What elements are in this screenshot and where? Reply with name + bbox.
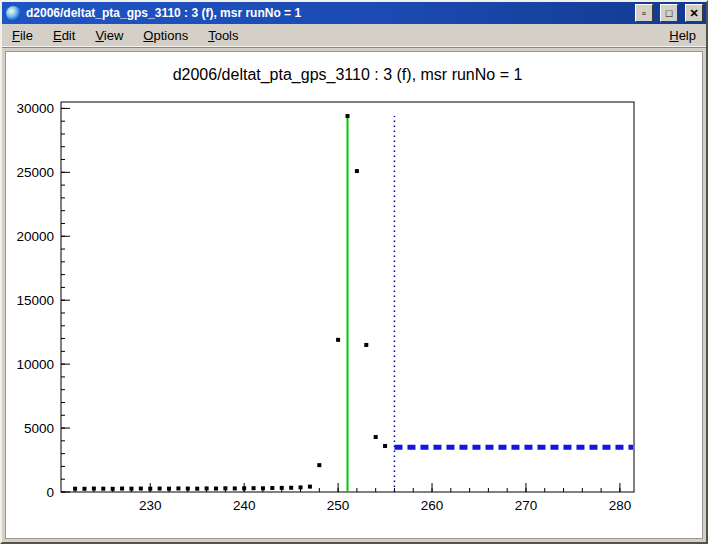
plot-svg: d2006/deltat_pta_gps_3110 : 3 (f), msr r…: [6, 52, 702, 538]
data-point: [120, 487, 124, 491]
menu-help[interactable]: Help: [667, 26, 698, 45]
app-window: d2006/deltat_pta_gps_3110 : 3 (f), msr r…: [0, 0, 708, 544]
titlebar[interactable]: d2006/deltat_pta_gps_3110 : 3 (f), msr r…: [2, 2, 706, 24]
data-point: [186, 487, 190, 491]
menu-file[interactable]: File: [10, 26, 35, 45]
data-point: [158, 487, 162, 491]
minimize-button[interactable]: ▫: [635, 4, 653, 22]
data-point: [336, 338, 340, 342]
menu-options[interactable]: Options: [141, 26, 190, 45]
menu-tools[interactable]: Tools: [206, 26, 240, 45]
data-point: [205, 486, 209, 490]
data-point: [101, 487, 105, 491]
x-tick-label: 230: [139, 498, 162, 513]
y-tick-label: 5000: [24, 421, 54, 436]
data-point: [167, 487, 171, 491]
data-point: [129, 487, 133, 491]
app-icon: [6, 6, 21, 21]
data-point: [364, 343, 368, 347]
y-tick-label: 15000: [16, 293, 54, 308]
maximize-button[interactable]: □: [660, 4, 678, 22]
data-point: [92, 487, 96, 491]
data-point: [308, 485, 312, 489]
data-point: [242, 486, 246, 490]
menu-view[interactable]: View: [93, 26, 125, 45]
data-point: [346, 114, 350, 118]
data-point: [355, 169, 359, 173]
data-point: [280, 486, 284, 490]
data-point: [374, 435, 378, 439]
y-tick-label: 20000: [16, 229, 54, 244]
close-button[interactable]: ✕: [685, 4, 703, 22]
menubar: File Edit View Options Tools Help: [2, 24, 706, 48]
data-point: [139, 487, 143, 491]
data-point: [176, 486, 180, 490]
window-title: d2006/deltat_pta_gps_3110 : 3 (f), msr r…: [26, 6, 628, 20]
data-point: [195, 487, 199, 491]
root-canvas[interactable]: d2006/deltat_pta_gps_3110 : 3 (f), msr r…: [5, 51, 703, 539]
data-point: [317, 463, 321, 467]
y-tick-label: 10000: [16, 357, 54, 372]
data-point: [82, 487, 86, 491]
data-point: [223, 486, 227, 490]
data-point: [111, 487, 115, 491]
x-tick-label: 280: [609, 498, 632, 513]
y-tick-label: 30000: [16, 101, 54, 116]
data-point: [214, 487, 218, 491]
data-point: [383, 444, 387, 448]
data-point: [252, 486, 256, 490]
x-tick-label: 260: [421, 498, 444, 513]
y-tick-label: 0: [46, 485, 54, 500]
canvas-frame: d2006/deltat_pta_gps_3110 : 3 (f), msr r…: [2, 48, 706, 542]
x-tick-label: 250: [327, 498, 350, 513]
data-point: [261, 486, 265, 490]
x-tick-label: 240: [233, 498, 256, 513]
y-tick-label: 25000: [16, 165, 54, 180]
x-tick-label: 270: [515, 498, 538, 513]
menu-edit[interactable]: Edit: [51, 26, 77, 45]
data-point: [299, 485, 303, 489]
data-point: [270, 486, 274, 490]
data-point: [148, 487, 152, 491]
plot-title: d2006/deltat_pta_gps_3110 : 3 (f), msr r…: [173, 66, 523, 84]
data-point: [289, 486, 293, 490]
data-point: [233, 486, 237, 490]
data-point: [73, 487, 77, 491]
